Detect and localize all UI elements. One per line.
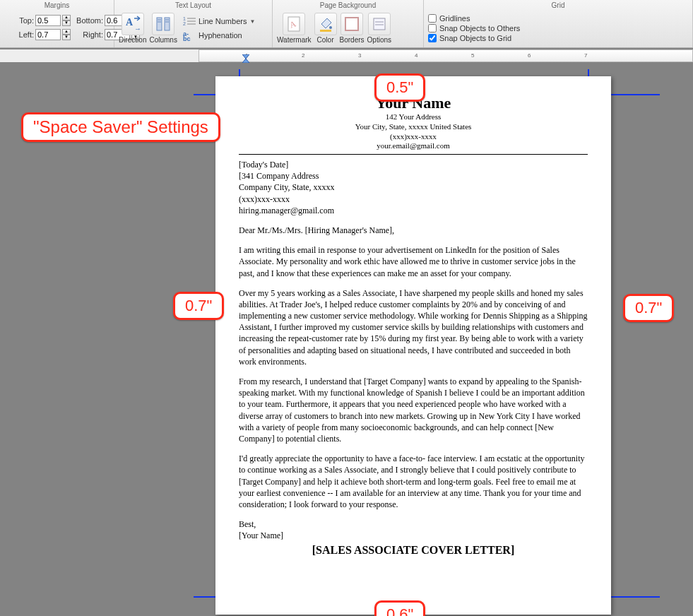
paragraph-3: From my research, I understand that [Tar…	[239, 376, 588, 444]
group-title-pagebg: Page Background	[277, 1, 419, 9]
callout-top-margin: 0.5"	[374, 73, 425, 102]
closing: Best,	[239, 519, 588, 530]
snap-grid-checkbox-row[interactable]: Snap Objects to Grid	[428, 34, 511, 42]
document-footer-title: [SALES ASSOCIATE COVER LETTER]	[239, 543, 588, 558]
watermark-button[interactable]: A Watermark	[277, 13, 312, 44]
callout-right-margin: 0.7"	[623, 294, 674, 322]
callout-bottom-margin: 0.6"	[374, 600, 425, 616]
group-title-grid: Grid	[428, 1, 688, 9]
company-address1: [341 Company Address	[239, 170, 588, 182]
svg-text:2: 2	[183, 21, 186, 26]
hyphenation-icon: a-bc	[183, 30, 196, 41]
ribbon-toolbar: Margins Top: ▲▼ Bottom: ▲▼ Left: ▲▼	[0, 0, 693, 48]
applicant-address1: 142 Your Address	[239, 112, 588, 122]
direction-icon: A→	[122, 13, 144, 35]
gridlines-checkbox-row[interactable]: Gridlines	[428, 14, 470, 23]
ruler-number: 2	[302, 52, 304, 59]
salutation: Dear Mr./Ms./Mrs. [Hiring Manager's Name…	[239, 225, 588, 236]
company-phone: (xxx)xxx-xxxx	[239, 194, 588, 205]
svg-rect-18	[320, 30, 331, 32]
svg-point-17	[329, 26, 332, 29]
callout-title: "Space Saver" Settings	[21, 112, 220, 142]
snap-others-checkbox[interactable]	[428, 24, 437, 32]
stepper-up[interactable]: ▲	[62, 15, 71, 20]
stepper-up[interactable]: ▲	[62, 29, 71, 35]
stepper-down[interactable]: ▼	[62, 20, 71, 26]
paragraph-2: Over my 5 years working as a Sales Assoc…	[239, 288, 588, 367]
snap-others-checkbox-row[interactable]: Snap Objects to Others	[428, 24, 520, 32]
applicant-phone: (xxx)xxx-xxxx	[239, 132, 588, 142]
ruler-number: 3	[358, 52, 361, 59]
options-icon	[368, 13, 391, 35]
ruler-number: 4	[415, 52, 417, 59]
columns-button[interactable]: Columns	[149, 13, 177, 44]
paragraph-1: I am writing this email in response to y…	[239, 244, 588, 279]
columns-icon	[152, 13, 174, 35]
dropdown-arrow-icon: ▼	[249, 18, 255, 25]
snap-grid-checkbox[interactable]	[428, 34, 437, 42]
ruler-number: 5	[471, 52, 474, 59]
gridlines-checkbox[interactable]	[428, 14, 437, 23]
margin-bottom-label: Bottom:	[73, 16, 103, 25]
borders-button[interactable]: Borders	[340, 13, 365, 44]
margin-left-input[interactable]	[35, 29, 61, 40]
company-address2: Company City, State, xxxxx	[239, 182, 588, 193]
svg-text:1: 1	[183, 16, 186, 21]
hyphenation-button[interactable]: a-bc Hyphenation	[183, 30, 255, 41]
date-line: [Today's Date]	[239, 159, 588, 170]
svg-text:bc: bc	[183, 35, 191, 41]
margin-left-label: Left:	[4, 30, 34, 39]
svg-marker-23	[242, 54, 249, 59]
direction-button[interactable]: A→ Direction	[119, 13, 146, 44]
paragraph-4: I'd greatly appreciate the opportunity t…	[239, 453, 588, 510]
callout-left-margin: 0.7"	[173, 292, 224, 320]
applicant-email: your.email@gmail.com	[239, 141, 588, 151]
svg-rect-20	[374, 18, 385, 30]
group-title-textlayout: Text Layout	[119, 1, 268, 9]
ruler-number: 7	[584, 52, 587, 59]
group-title-margins: Margins	[4, 1, 109, 9]
horizontal-ruler[interactable]: 1234567	[0, 49, 693, 62]
company-email: hiring.manager@gmail.com	[239, 205, 588, 216]
svg-rect-19	[345, 18, 358, 30]
svg-text:A: A	[126, 17, 134, 28]
ruler-number: 6	[528, 52, 531, 59]
signature: [Your Name]	[239, 530, 588, 541]
line-numbers-icon: 12	[183, 16, 196, 27]
document-page[interactable]: Your Name 142 Your Address Your City, St…	[215, 76, 611, 615]
borders-icon	[340, 13, 363, 35]
margin-right-label: Right:	[73, 30, 103, 39]
margin-top-label: Top:	[4, 16, 34, 25]
svg-text:→: →	[134, 25, 141, 32]
applicant-address2: Your City, State, xxxxx United States	[239, 122, 588, 132]
stepper-down[interactable]: ▼	[62, 35, 71, 40]
paint-bucket-icon	[314, 13, 337, 35]
header-rule	[239, 154, 588, 155]
line-numbers-button[interactable]: 12 Line Numbers ▼	[183, 16, 255, 27]
color-button[interactable]: Color	[314, 13, 337, 44]
margin-top-input[interactable]	[35, 15, 61, 26]
options-button[interactable]: Options	[367, 13, 391, 44]
watermark-icon: A	[283, 13, 305, 35]
